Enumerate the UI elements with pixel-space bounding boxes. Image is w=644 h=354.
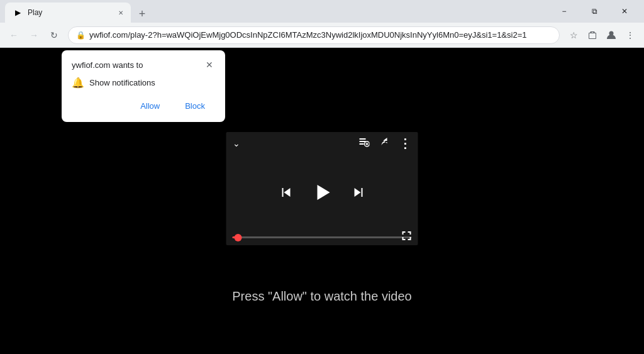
lock-icon: 🔒	[76, 31, 86, 40]
svg-rect-3	[360, 143, 364, 145]
share-icon[interactable]	[379, 136, 390, 150]
chrome-window: ▶ Play ✕ + − ⧉ ✕ ← → ↻ 🔒 ywfiof.com/play…	[0, 0, 644, 354]
url-text: ywfiof.com/play-2?h=waWQiOjEwMjg0ODcsInN…	[89, 30, 552, 40]
video-controls	[226, 155, 418, 230]
press-allow-text: Press "Allow" to watch the video	[232, 289, 411, 304]
svg-rect-1	[360, 138, 366, 140]
previous-track-button[interactable]	[278, 185, 293, 200]
video-player: ⌄	[226, 132, 418, 245]
toolbar-right-icons: ☆ ⋮	[565, 26, 639, 44]
popup-header: ywfiof.com wants to ✕	[72, 60, 215, 70]
allow-button[interactable]: Allow	[130, 97, 170, 114]
active-tab[interactable]: ▶ Play ✕	[5, 3, 131, 23]
forward-button[interactable]: →	[25, 26, 43, 44]
svg-marker-10	[361, 188, 362, 197]
svg-marker-9	[317, 185, 330, 200]
svg-marker-11	[354, 188, 360, 197]
svg-marker-8	[284, 188, 290, 197]
bookmark-button[interactable]: ☆	[565, 26, 582, 44]
video-top-right-controls: ⋮	[358, 136, 412, 151]
new-tab-button[interactable]: +	[133, 5, 151, 23]
window-controls: − ⧉ ✕	[550, 0, 639, 23]
notification-label: Show notifications	[89, 78, 155, 87]
video-collapse-area: ⌄	[233, 138, 240, 148]
popup-close-button[interactable]: ✕	[204, 59, 215, 70]
chrome-profile-button[interactable]	[602, 26, 620, 44]
title-bar: ▶ Play ✕ + − ⧉ ✕	[0, 0, 644, 23]
play-button[interactable]	[311, 181, 333, 204]
address-bar[interactable]: 🔒 ywfiof.com/play-2?h=waWQiOjEwMjg0ODcsI…	[68, 26, 560, 44]
popup-title: ywfiof.com wants to	[72, 60, 143, 70]
restore-button[interactable]: ⧉	[580, 0, 609, 23]
svg-rect-2	[360, 141, 366, 142]
extensions-button[interactable]	[584, 26, 601, 44]
progress-bar-background	[233, 236, 412, 238]
tab-favicon-icon: ▶	[13, 8, 23, 18]
back-button[interactable]: ←	[5, 26, 23, 44]
notification-popup: ywfiof.com wants to ✕ 🔔 Show notificatio…	[62, 50, 225, 122]
progress-dot	[234, 234, 242, 241]
menu-button[interactable]: ⋮	[621, 26, 639, 44]
refresh-button[interactable]: ↻	[45, 26, 63, 44]
video-top-bar: ⌄	[226, 132, 418, 155]
chevron-down-icon[interactable]: ⌄	[233, 138, 240, 148]
bell-icon: 🔔	[72, 77, 84, 89]
tab-title: Play	[28, 8, 111, 17]
fullscreen-button[interactable]	[402, 231, 412, 243]
progress-bar-fill	[233, 236, 238, 238]
next-track-button[interactable]	[351, 185, 366, 200]
tab-close-button[interactable]: ✕	[116, 8, 126, 18]
progress-area[interactable]	[226, 230, 418, 245]
tab-strip: ▶ Play ✕ +	[5, 0, 550, 23]
svg-marker-7	[282, 188, 283, 197]
page-content: ywfiof.com wants to ✕ 🔔 Show notificatio…	[0, 48, 644, 354]
popup-buttons: Allow Block	[72, 97, 215, 114]
minimize-button[interactable]: −	[550, 0, 579, 23]
close-button[interactable]: ✕	[610, 0, 639, 23]
block-button[interactable]: Block	[175, 97, 215, 114]
more-options-icon[interactable]: ⋮	[399, 136, 412, 151]
popup-notification-row: 🔔 Show notifications	[72, 77, 215, 89]
add-to-queue-icon[interactable]	[358, 136, 370, 150]
toolbar: ← → ↻ 🔒 ywfiof.com/play-2?h=waWQiOjEwMjg…	[0, 23, 644, 48]
